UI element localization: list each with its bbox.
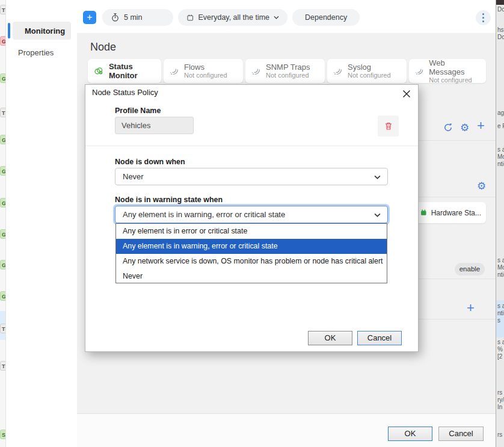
refresh-icon[interactable] xyxy=(443,123,453,135)
tab-label: Web Messages xyxy=(429,58,480,76)
interval-label: 5 min xyxy=(124,13,143,22)
ok-button[interactable]: OK xyxy=(388,427,432,441)
dialog-title: Node Status Policy xyxy=(92,88,158,97)
tab-web-messages[interactable]: Web Messages Not configured xyxy=(409,59,486,83)
left-edge-strip: TPGGTPGGGGGGTPTPS/ xyxy=(0,0,6,447)
profile-name-input[interactable] xyxy=(115,117,194,134)
sidebar-item-properties[interactable]: Properties xyxy=(18,48,54,57)
edge-fragment: ago xyxy=(497,109,504,116)
warning-select-dropdown: Any element is in error or critical stat… xyxy=(115,223,387,283)
edge-badge: G xyxy=(0,36,6,46)
edge-badge: TP xyxy=(0,108,6,117)
edge-badge: G xyxy=(0,229,6,239)
edge-fragment: ntic xyxy=(497,161,504,167)
listener-icon xyxy=(415,66,424,76)
gear-icon[interactable]: ⚙ xyxy=(460,123,469,134)
plus-icon[interactable]: + xyxy=(467,303,475,313)
edge-fragment: ntit xyxy=(497,310,504,316)
tab-label: SNMP Traps xyxy=(266,63,310,72)
dropdown-option[interactable]: Any element is in error or critical stat… xyxy=(116,224,387,239)
schedule-pill[interactable]: Everyday, all the time xyxy=(178,9,287,26)
node-warning-select[interactable]: Any element is in warning, error or crit… xyxy=(115,206,388,223)
sidebar-item-label: Monitoring xyxy=(25,26,65,35)
edge-badge: G xyxy=(0,166,6,176)
hardware-card-label: Hardware Sta... xyxy=(431,209,481,217)
edge-badge: S/ xyxy=(0,430,6,439)
edge-badge: G xyxy=(0,198,6,208)
cancel-button[interactable]: Cancel xyxy=(438,427,484,441)
edge-fragment: e P xyxy=(497,123,504,129)
edge-badge: TP xyxy=(0,361,6,371)
profile-name-label: Profile Name xyxy=(115,106,161,115)
listener-icon xyxy=(251,66,261,76)
active-item-indicator xyxy=(8,23,10,39)
divider xyxy=(419,197,496,197)
listener-icon xyxy=(170,66,179,76)
interval-pill[interactable]: 5 min xyxy=(102,9,173,26)
edge-fragment: [2 xyxy=(497,353,502,360)
selected-value: Any element is in warning, error or crit… xyxy=(123,210,285,219)
edge-fragment: ntic xyxy=(497,271,504,278)
right-edge-strip: DohsDoagoe Ps agMontics agMontics agntit… xyxy=(496,0,504,447)
chevron-down-icon xyxy=(374,213,381,217)
tab-sublabel: Not configured xyxy=(348,72,391,79)
tab-label: Syslog xyxy=(348,63,391,72)
edge-fragment: Mo xyxy=(497,264,504,271)
tab-label: Status Monitor xyxy=(109,62,155,80)
chevron-down-icon xyxy=(274,16,279,19)
divider xyxy=(419,140,496,141)
edge-fragment: rs a xyxy=(497,389,504,396)
node-down-select[interactable]: Never xyxy=(115,168,388,185)
edge-fragment: s ag xyxy=(497,303,504,309)
edge-fragment: In xyxy=(497,404,502,410)
sidebar: Monitoring Properties xyxy=(6,0,77,447)
node-warning-label: Node is in warning state when xyxy=(115,196,223,204)
calendar-icon xyxy=(186,13,194,22)
node-status-policy-dialog: Node Status Policy Profile Name Node is … xyxy=(85,84,419,352)
dependency-label: Dependency xyxy=(305,13,347,22)
dialog-cancel-button[interactable]: Cancel xyxy=(357,331,402,345)
dropdown-option[interactable]: Any network service is down, OS monitor … xyxy=(116,254,387,269)
divider xyxy=(419,319,496,319)
stopwatch-icon xyxy=(111,13,120,22)
schedule-label: Everyday, all the time xyxy=(198,13,270,22)
window-edge-fragment xyxy=(496,0,504,5)
edge-fragment: Do xyxy=(497,34,504,40)
tab-flows[interactable]: Flows Not configured xyxy=(164,59,243,83)
sidebar-item-monitoring[interactable]: Monitoring xyxy=(13,22,71,40)
edge-fragment: Mo xyxy=(497,153,504,160)
gear-icon[interactable]: ⚙ xyxy=(477,181,486,192)
edge-fragment: s ag xyxy=(497,146,504,153)
edge-badge: G xyxy=(0,73,6,83)
dialog-ok-button[interactable]: OK xyxy=(308,331,352,345)
status-rings-icon xyxy=(94,66,104,76)
trash-icon xyxy=(384,121,393,131)
more-menu-button[interactable] xyxy=(476,10,491,25)
node-down-label: Node is down when xyxy=(115,158,185,166)
enable-button[interactable]: enable xyxy=(455,263,485,276)
dropdown-option[interactable]: Never xyxy=(116,269,387,284)
edge-badge: TP xyxy=(0,5,6,14)
edge-fragment: s ag xyxy=(497,339,504,345)
edge-fragment: rs a xyxy=(497,431,504,438)
add-button[interactable]: + xyxy=(83,11,96,24)
chevron-down-icon xyxy=(374,175,381,179)
dropdown-option-selected[interactable]: Any element is in warning, error or crit… xyxy=(116,239,387,254)
close-icon[interactable] xyxy=(400,87,413,100)
delete-profile-button[interactable] xyxy=(378,116,399,137)
divider xyxy=(419,279,496,279)
hardware-status-card[interactable]: Hardware Sta... xyxy=(415,202,486,223)
tab-syslog[interactable]: Syslog Not configured xyxy=(327,59,407,83)
divider xyxy=(85,146,418,146)
edge-fragment: % xyxy=(497,346,503,353)
plus-icon[interactable]: + xyxy=(477,120,485,131)
listener-icon xyxy=(333,66,343,76)
edge-badge: TP xyxy=(0,324,6,333)
page-footer: OK Cancel xyxy=(77,413,496,447)
tab-label: Flows xyxy=(184,63,227,72)
edge-badge: G xyxy=(0,260,6,270)
tab-snmp-traps[interactable]: SNMP Traps Not configured xyxy=(245,59,325,83)
tab-status-monitor[interactable]: Status Monitor xyxy=(88,59,161,83)
selected-value: Never xyxy=(123,172,144,181)
dependency-pill[interactable]: Dependency xyxy=(292,9,360,26)
